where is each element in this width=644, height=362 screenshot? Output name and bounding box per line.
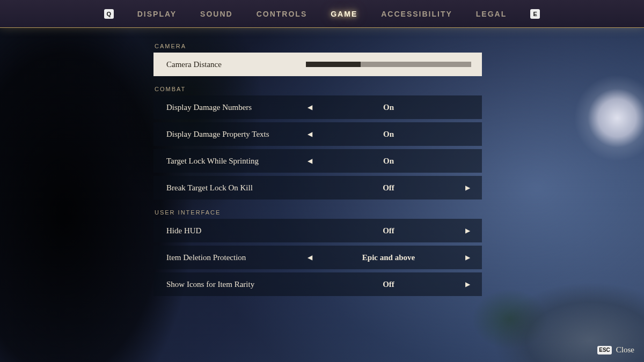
chevron-left-icon[interactable]: ◀ (304, 130, 316, 138)
setting-value: Off (316, 280, 462, 289)
slider-track[interactable] (306, 62, 471, 67)
setting-target-lock-while-sprinting[interactable]: Target Lock While Sprinting ◀ On ▶ (153, 149, 482, 173)
setting-label: Show Icons for Item Rarity (166, 280, 304, 289)
next-tab-key[interactable]: E (530, 9, 540, 19)
prev-tab-key[interactable]: Q (104, 9, 114, 19)
setting-label: Break Target Lock On Kill (166, 183, 304, 193)
setting-label: Camera Distance (166, 60, 304, 69)
setting-value: On (316, 157, 462, 166)
setting-value: Off (316, 226, 462, 235)
chevron-left-icon[interactable]: ◀ (304, 104, 316, 112)
setting-value: Off (316, 183, 462, 193)
chevron-left-icon[interactable]: ◀ (304, 157, 316, 165)
setting-show-icons-for-item-rarity[interactable]: Show Icons for Item Rarity ◀ Off ▶ (153, 272, 482, 296)
setting-value: Epic and above (316, 253, 462, 262)
chevron-left-icon[interactable]: ◀ (304, 254, 316, 262)
setting-label: Display Damage Property Texts (166, 130, 304, 139)
close-key: ESC (597, 346, 612, 354)
setting-display-damage-property-texts[interactable]: Display Damage Property Texts ◀ On ▶ (153, 122, 482, 146)
slider-fill (306, 62, 361, 67)
chevron-right-icon[interactable]: ▶ (462, 280, 473, 289)
chevron-right-icon[interactable]: ▶ (462, 227, 473, 235)
tab-controls[interactable]: CONTROLS (257, 10, 308, 18)
setting-label: Target Lock While Sprinting (166, 157, 304, 166)
tab-legal[interactable]: LEGAL (476, 10, 507, 18)
settings-panel: CAMERA Camera Distance COMBAT Display Da… (153, 43, 482, 296)
tab-game[interactable]: GAME (331, 10, 357, 18)
setting-value: On (316, 130, 462, 139)
setting-label: Item Deletion Protection (166, 253, 304, 262)
setting-break-target-lock-on-kill[interactable]: Break Target Lock On Kill ◀ Off ▶ (153, 176, 482, 200)
camera-distance-slider[interactable] (304, 62, 473, 67)
section-camera-header: CAMERA (155, 43, 482, 49)
setting-label: Hide HUD (166, 226, 304, 235)
setting-label: Display Damage Numbers (166, 103, 304, 112)
tab-accessibility[interactable]: ACCESSIBILITY (381, 10, 452, 18)
setting-item-deletion-protection[interactable]: Item Deletion Protection ◀ Epic and abov… (153, 246, 482, 269)
footer-close[interactable]: ESC Close (597, 345, 634, 354)
section-combat-header: COMBAT (155, 86, 482, 92)
close-label: Close (616, 345, 634, 354)
tab-sound[interactable]: SOUND (200, 10, 233, 18)
setting-hide-hud[interactable]: Hide HUD ◀ Off ▶ (153, 219, 482, 242)
settings-tabbar: Q DISPLAY SOUND CONTROLS GAME ACCESSIBIL… (0, 0, 644, 28)
setting-value: On (316, 103, 462, 112)
tab-display[interactable]: DISPLAY (137, 10, 177, 18)
chevron-right-icon[interactable]: ▶ (462, 184, 473, 192)
setting-camera-distance[interactable]: Camera Distance (153, 53, 482, 76)
setting-display-damage-numbers[interactable]: Display Damage Numbers ◀ On ▶ (153, 95, 482, 119)
section-ui-header: USER INTERFACE (155, 209, 482, 216)
chevron-right-icon[interactable]: ▶ (462, 254, 473, 262)
